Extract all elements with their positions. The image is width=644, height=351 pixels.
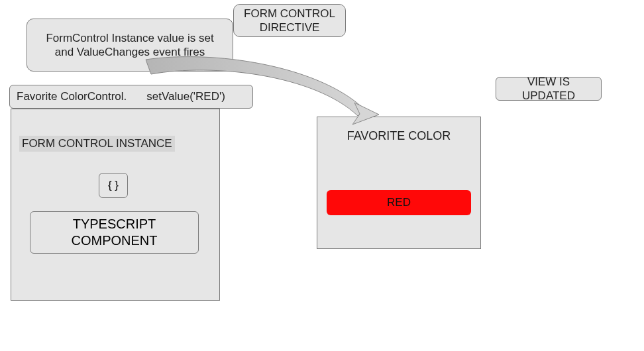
top-description-box: FormControl Instance value is set and Va… (27, 19, 233, 72)
right-panel: FAVORITE COLOR RED (317, 117, 481, 249)
view-updated-text: VIEW IS UPDATED (506, 75, 592, 103)
setvalue-right-text: setValue('RED') (146, 89, 225, 103)
favorite-color-title-text: FAVORITE COLOR (347, 129, 451, 142)
top-description-text: FormControl Instance value is set and Va… (36, 31, 223, 60)
typescript-line1: TYPESCRIPT (30, 216, 198, 232)
form-control-instance-text: FORM CONTROL INSTANCE (22, 137, 172, 150)
curly-braces-box: { } (99, 173, 128, 198)
typescript-line2: COMPONENT (30, 232, 198, 249)
view-updated-box: VIEW IS UPDATED (496, 77, 602, 101)
form-control-instance-label: FORM CONTROL INSTANCE (19, 136, 175, 152)
favorite-color-value-bar: RED (327, 190, 471, 215)
favorite-color-value-text: RED (387, 196, 411, 209)
form-control-directive-text: FORM CONTROL DIRECTIVE (243, 7, 336, 35)
setvalue-box: Favorite ColorControl. setValue('RED') (9, 85, 253, 109)
form-control-directive-box: FORM CONTROL DIRECTIVE (233, 4, 346, 37)
curly-braces-text: { } (108, 179, 119, 192)
typescript-component-box: TYPESCRIPT COMPONENT (30, 211, 199, 254)
favorite-color-title: FAVORITE COLOR (317, 129, 480, 143)
left-panel: FORM CONTROL INSTANCE { } TYPESCRIPT COM… (11, 109, 220, 301)
setvalue-left-text: Favorite ColorControl. (17, 89, 127, 103)
